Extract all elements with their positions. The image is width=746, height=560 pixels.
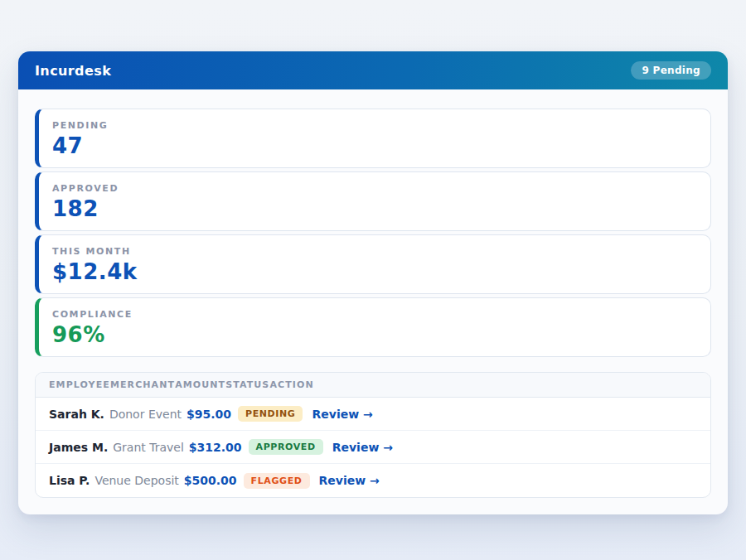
app-header: Incurdesk 9 Pending xyxy=(18,51,728,89)
stat-label: THIS MONTH xyxy=(52,246,697,257)
amount-value: $312.00 xyxy=(189,441,242,454)
employee-name: Sarah K. xyxy=(49,408,104,421)
amount-value: $95.00 xyxy=(186,408,231,421)
column-header-employee: EMPLOYEE xyxy=(49,379,110,390)
app-card: Incurdesk 9 Pending PENDING 47 APPROVED … xyxy=(18,51,728,514)
amount-value: $500.00 xyxy=(184,474,237,487)
table-header-row: EMPLOYEE MERCHANT AMOUNT STATUS ACTION xyxy=(36,373,710,398)
stat-label: PENDING xyxy=(52,120,697,131)
stat-card-pending: PENDING 47 xyxy=(35,109,711,168)
review-link[interactable]: Review → xyxy=(319,474,380,487)
merchant-name: Grant Travel xyxy=(113,441,184,454)
employee-name: Lisa P. xyxy=(49,474,90,487)
table-row: Lisa P. Venue Deposit $500.00 FLAGGED Re… xyxy=(36,464,710,497)
status-badge: PENDING xyxy=(238,406,303,422)
status-badge: APPROVED xyxy=(249,439,323,455)
merchant-name: Donor Event xyxy=(109,408,182,421)
column-header-merchant: MERCHANT xyxy=(110,379,175,390)
stat-value: 47 xyxy=(52,133,697,158)
column-header-amount: AMOUNT xyxy=(175,379,225,390)
employee-name: James M. xyxy=(49,441,108,454)
stat-card-this-month: THIS MONTH $12.4k xyxy=(35,234,711,294)
stat-value: $12.4k xyxy=(52,259,697,284)
stat-value: 182 xyxy=(52,196,697,221)
merchant-name: Venue Deposit xyxy=(94,474,178,487)
expenses-table: EMPLOYEE MERCHANT AMOUNT STATUS ACTION S… xyxy=(35,372,711,498)
review-link[interactable]: Review → xyxy=(332,441,393,454)
stat-card-compliance: COMPLIANCE 96% xyxy=(35,297,711,357)
pending-count-badge: 9 Pending xyxy=(631,61,711,80)
review-link[interactable]: Review → xyxy=(312,408,372,421)
column-header-action: ACTION xyxy=(269,379,313,390)
stat-value: 96% xyxy=(52,322,697,347)
table-row: Sarah K. Donor Event $95.00 PENDING Revi… xyxy=(36,398,710,431)
table-row: James M. Grant Travel $312.00 APPROVED R… xyxy=(36,431,710,464)
stat-label: COMPLIANCE xyxy=(52,309,697,320)
stat-label: APPROVED xyxy=(52,183,697,194)
column-header-status: STATUS xyxy=(225,379,269,390)
status-badge: FLAGGED xyxy=(244,473,310,489)
app-title: Incurdesk xyxy=(35,63,111,79)
stat-card-approved: APPROVED 182 xyxy=(35,171,711,231)
main-content: PENDING 47 APPROVED 182 THIS MONTH $12.4… xyxy=(18,89,728,514)
